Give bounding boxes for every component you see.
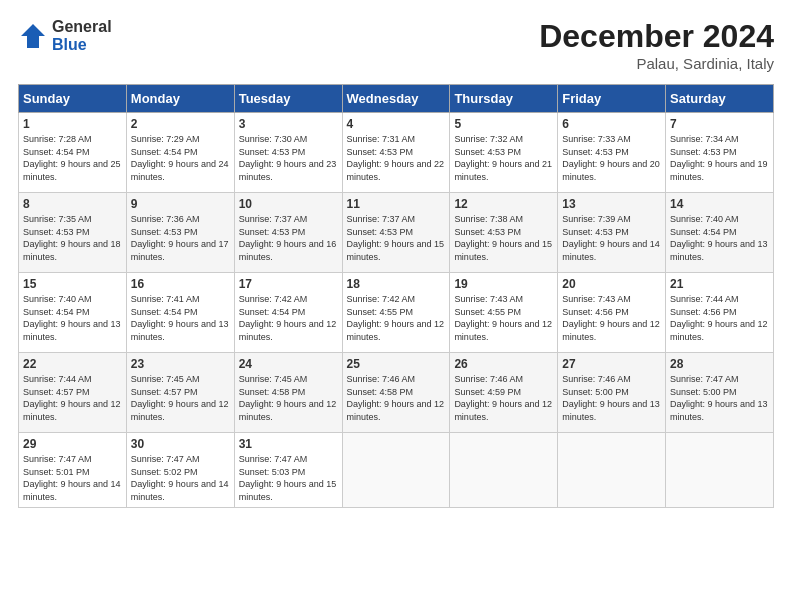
logo-blue-text: Blue	[52, 36, 112, 54]
sunset-label: Sunset: 4:55 PM	[454, 307, 521, 317]
sunset-label: Sunset: 4:54 PM	[239, 307, 306, 317]
sunset-label: Sunset: 4:56 PM	[562, 307, 629, 317]
sunrise-label: Sunrise: 7:45 AM	[239, 374, 308, 384]
day-info: Sunrise: 7:37 AM Sunset: 4:53 PM Dayligh…	[347, 213, 446, 263]
sunset-label: Sunset: 5:00 PM	[670, 387, 737, 397]
day-number: 4	[347, 117, 446, 131]
day-number: 22	[23, 357, 122, 371]
title-block: December 2024 Palau, Sardinia, Italy	[539, 18, 774, 72]
day-number: 31	[239, 437, 338, 451]
day-number: 2	[131, 117, 230, 131]
daylight-label: Daylight: 9 hours and 12 minutes.	[23, 399, 121, 422]
daylight-label: Daylight: 9 hours and 13 minutes.	[23, 319, 121, 342]
day-number: 16	[131, 277, 230, 291]
sunset-label: Sunset: 4:53 PM	[670, 147, 737, 157]
sunset-label: Sunset: 5:03 PM	[239, 467, 306, 477]
table-row: 20 Sunrise: 7:43 AM Sunset: 4:56 PM Dayl…	[558, 273, 666, 353]
day-info: Sunrise: 7:32 AM Sunset: 4:53 PM Dayligh…	[454, 133, 553, 183]
table-row: 24 Sunrise: 7:45 AM Sunset: 4:58 PM Dayl…	[234, 353, 342, 433]
daylight-label: Daylight: 9 hours and 13 minutes.	[131, 319, 229, 342]
page-header: General Blue December 2024 Palau, Sardin…	[18, 18, 774, 72]
day-number: 14	[670, 197, 769, 211]
day-info: Sunrise: 7:45 AM Sunset: 4:58 PM Dayligh…	[239, 373, 338, 423]
sunset-label: Sunset: 4:59 PM	[454, 387, 521, 397]
logo-icon	[18, 21, 48, 51]
sunset-label: Sunset: 5:00 PM	[562, 387, 629, 397]
sunrise-label: Sunrise: 7:41 AM	[131, 294, 200, 304]
day-number: 9	[131, 197, 230, 211]
day-number: 25	[347, 357, 446, 371]
daylight-label: Daylight: 9 hours and 12 minutes.	[454, 319, 552, 342]
sunrise-label: Sunrise: 7:37 AM	[347, 214, 416, 224]
sunset-label: Sunset: 4:58 PM	[347, 387, 414, 397]
daylight-label: Daylight: 9 hours and 17 minutes.	[131, 239, 229, 262]
day-info: Sunrise: 7:47 AM Sunset: 5:00 PM Dayligh…	[670, 373, 769, 423]
sunset-label: Sunset: 4:57 PM	[131, 387, 198, 397]
day-number: 6	[562, 117, 661, 131]
sunset-label: Sunset: 4:53 PM	[347, 227, 414, 237]
sunrise-label: Sunrise: 7:40 AM	[670, 214, 739, 224]
daylight-label: Daylight: 9 hours and 12 minutes.	[670, 319, 768, 342]
col-sunday: Sunday	[19, 85, 127, 113]
sunset-label: Sunset: 4:58 PM	[239, 387, 306, 397]
daylight-label: Daylight: 9 hours and 12 minutes.	[454, 399, 552, 422]
sunrise-label: Sunrise: 7:30 AM	[239, 134, 308, 144]
day-info: Sunrise: 7:31 AM Sunset: 4:53 PM Dayligh…	[347, 133, 446, 183]
day-number: 19	[454, 277, 553, 291]
day-number: 15	[23, 277, 122, 291]
table-row: 13 Sunrise: 7:39 AM Sunset: 4:53 PM Dayl…	[558, 193, 666, 273]
sunrise-label: Sunrise: 7:47 AM	[239, 454, 308, 464]
sunrise-label: Sunrise: 7:42 AM	[347, 294, 416, 304]
table-row: 3 Sunrise: 7:30 AM Sunset: 4:53 PM Dayli…	[234, 113, 342, 193]
day-number: 29	[23, 437, 122, 451]
table-row	[558, 433, 666, 508]
daylight-label: Daylight: 9 hours and 12 minutes.	[239, 319, 337, 342]
day-info: Sunrise: 7:46 AM Sunset: 4:59 PM Dayligh…	[454, 373, 553, 423]
table-row: 21 Sunrise: 7:44 AM Sunset: 4:56 PM Dayl…	[666, 273, 774, 353]
day-info: Sunrise: 7:42 AM Sunset: 4:55 PM Dayligh…	[347, 293, 446, 343]
daylight-label: Daylight: 9 hours and 18 minutes.	[23, 239, 121, 262]
day-number: 18	[347, 277, 446, 291]
table-row: 14 Sunrise: 7:40 AM Sunset: 4:54 PM Dayl…	[666, 193, 774, 273]
sunset-label: Sunset: 4:53 PM	[131, 227, 198, 237]
table-row: 1 Sunrise: 7:28 AM Sunset: 4:54 PM Dayli…	[19, 113, 127, 193]
col-tuesday: Tuesday	[234, 85, 342, 113]
daylight-label: Daylight: 9 hours and 14 minutes.	[23, 479, 121, 502]
table-row: 6 Sunrise: 7:33 AM Sunset: 4:53 PM Dayli…	[558, 113, 666, 193]
table-row: 28 Sunrise: 7:47 AM Sunset: 5:00 PM Dayl…	[666, 353, 774, 433]
calendar-header-row: Sunday Monday Tuesday Wednesday Thursday…	[19, 85, 774, 113]
day-number: 3	[239, 117, 338, 131]
day-info: Sunrise: 7:44 AM Sunset: 4:57 PM Dayligh…	[23, 373, 122, 423]
table-row: 8 Sunrise: 7:35 AM Sunset: 4:53 PM Dayli…	[19, 193, 127, 273]
daylight-label: Daylight: 9 hours and 13 minutes.	[562, 399, 660, 422]
sunset-label: Sunset: 4:53 PM	[454, 147, 521, 157]
table-row	[666, 433, 774, 508]
table-row: 30 Sunrise: 7:47 AM Sunset: 5:02 PM Dayl…	[126, 433, 234, 508]
month-title: December 2024	[539, 18, 774, 55]
daylight-label: Daylight: 9 hours and 13 minutes.	[670, 399, 768, 422]
day-info: Sunrise: 7:40 AM Sunset: 4:54 PM Dayligh…	[23, 293, 122, 343]
day-info: Sunrise: 7:40 AM Sunset: 4:54 PM Dayligh…	[670, 213, 769, 263]
sunrise-label: Sunrise: 7:33 AM	[562, 134, 631, 144]
daylight-label: Daylight: 9 hours and 14 minutes.	[131, 479, 229, 502]
day-info: Sunrise: 7:47 AM Sunset: 5:03 PM Dayligh…	[239, 453, 338, 503]
day-info: Sunrise: 7:46 AM Sunset: 5:00 PM Dayligh…	[562, 373, 661, 423]
table-row: 15 Sunrise: 7:40 AM Sunset: 4:54 PM Dayl…	[19, 273, 127, 353]
daylight-label: Daylight: 9 hours and 15 minutes.	[454, 239, 552, 262]
table-row: 10 Sunrise: 7:37 AM Sunset: 4:53 PM Dayl…	[234, 193, 342, 273]
daylight-label: Daylight: 9 hours and 22 minutes.	[347, 159, 445, 182]
day-number: 1	[23, 117, 122, 131]
day-info: Sunrise: 7:47 AM Sunset: 5:02 PM Dayligh…	[131, 453, 230, 503]
day-info: Sunrise: 7:41 AM Sunset: 4:54 PM Dayligh…	[131, 293, 230, 343]
day-number: 21	[670, 277, 769, 291]
sunset-label: Sunset: 4:55 PM	[347, 307, 414, 317]
daylight-label: Daylight: 9 hours and 12 minutes.	[562, 319, 660, 342]
calendar-table: Sunday Monday Tuesday Wednesday Thursday…	[18, 84, 774, 508]
day-info: Sunrise: 7:39 AM Sunset: 4:53 PM Dayligh…	[562, 213, 661, 263]
daylight-label: Daylight: 9 hours and 24 minutes.	[131, 159, 229, 182]
col-saturday: Saturday	[666, 85, 774, 113]
sunrise-label: Sunrise: 7:40 AM	[23, 294, 92, 304]
day-number: 23	[131, 357, 230, 371]
calendar-row: 22 Sunrise: 7:44 AM Sunset: 4:57 PM Dayl…	[19, 353, 774, 433]
sunrise-label: Sunrise: 7:36 AM	[131, 214, 200, 224]
